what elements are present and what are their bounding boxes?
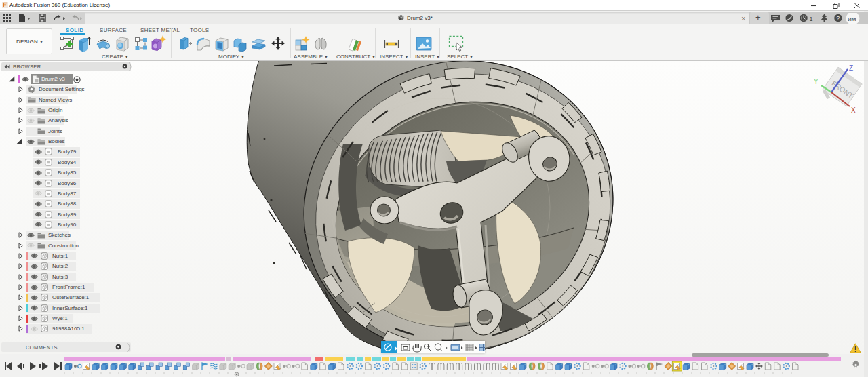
svg-text:Y: Y	[814, 78, 818, 85]
svg-text:1: 1	[810, 16, 813, 22]
svg-text:ИМ: ИМ	[848, 16, 856, 22]
svg-text:?: ?	[837, 15, 840, 22]
svg-text:X: X	[851, 106, 856, 114]
svg-text:Z: Z	[849, 64, 853, 72]
